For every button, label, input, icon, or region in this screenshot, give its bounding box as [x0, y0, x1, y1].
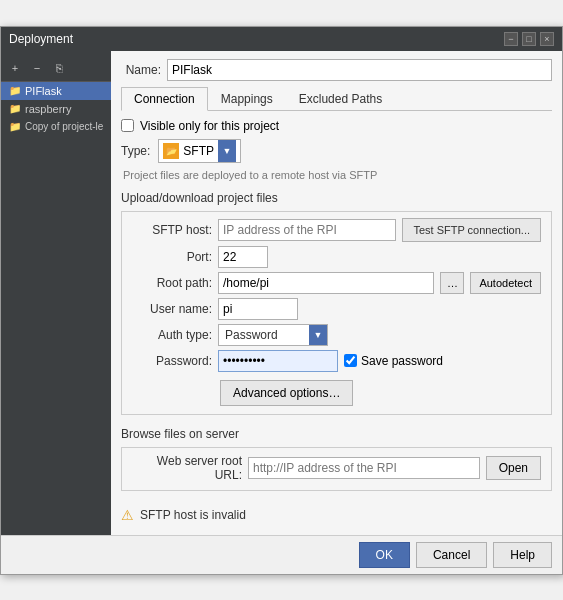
- tab-excluded-paths[interactable]: Excluded Paths: [286, 87, 395, 111]
- raspberry-icon: 📁: [9, 103, 21, 115]
- name-row: Name:: [121, 59, 552, 81]
- root-path-row: Root path: … Autodetect: [132, 272, 541, 294]
- dialog-title: Deployment: [9, 32, 73, 46]
- sidebar-item-raspberry[interactable]: 📁 raspberry: [1, 100, 111, 118]
- sidebar-item-copy-project[interactable]: 📁 Copy of project-level ser: [1, 118, 111, 136]
- password-row: Password: Save password: [132, 350, 541, 372]
- visible-only-label: Visible only for this project: [140, 119, 279, 133]
- sftp-host-label: SFTP host:: [132, 223, 212, 237]
- deployment-dialog: Deployment − □ × + − ⎘ 📁 PIFlask 📁 raspb…: [0, 26, 563, 575]
- add-deployment-button[interactable]: +: [5, 58, 25, 78]
- test-sftp-button[interactable]: Test SFTP connection...: [402, 218, 541, 242]
- web-server-row: Web server root URL: Open: [132, 454, 541, 482]
- save-password-checkbox[interactable]: [344, 354, 357, 367]
- sidebar-item-piflask-label: PIFlask: [25, 85, 62, 97]
- cancel-button[interactable]: Cancel: [416, 542, 487, 568]
- port-row: Port:: [132, 246, 541, 268]
- root-path-label: Root path:: [132, 276, 212, 290]
- main-content: Name: Connection Mappings Excluded Paths…: [111, 51, 562, 535]
- title-bar-controls: − □ ×: [504, 32, 554, 46]
- warning-text: SFTP host is invalid: [140, 508, 246, 522]
- password-input[interactable]: [218, 350, 338, 372]
- name-label: Name:: [121, 63, 161, 77]
- port-label: Port:: [132, 250, 212, 264]
- web-server-label: Web server root URL:: [132, 454, 242, 482]
- auth-type-value: Password: [219, 328, 309, 342]
- sidebar-item-raspberry-label: raspberry: [25, 103, 71, 115]
- dialog-body: + − ⎘ 📁 PIFlask 📁 raspberry 📁 Copy of pr…: [1, 51, 562, 535]
- visible-only-checkbox[interactable]: [121, 119, 134, 132]
- help-button[interactable]: Help: [493, 542, 552, 568]
- browse-button[interactable]: …: [440, 272, 464, 294]
- save-password-label: Save password: [361, 354, 443, 368]
- auth-type-arrow[interactable]: ▼: [309, 325, 327, 345]
- visible-only-row: Visible only for this project: [121, 119, 552, 133]
- piflask-icon: 📁: [9, 85, 21, 97]
- type-value: SFTP: [183, 144, 214, 158]
- auth-type-select[interactable]: Password ▼: [218, 324, 328, 346]
- user-name-row: User name:: [132, 298, 541, 320]
- sftp-host-row: SFTP host: Test SFTP connection...: [132, 218, 541, 242]
- minimize-button[interactable]: −: [504, 32, 518, 46]
- browse-form: Web server root URL: Open: [121, 447, 552, 491]
- upload-section-label: Upload/download project files: [121, 191, 552, 205]
- sftp-host-input[interactable]: [218, 219, 396, 241]
- autodetect-button[interactable]: Autodetect: [470, 272, 541, 294]
- sidebar-item-copy-project-label: Copy of project-level ser: [25, 121, 103, 132]
- browse-section-label: Browse files on server: [121, 427, 552, 441]
- tabs-row: Connection Mappings Excluded Paths: [121, 87, 552, 111]
- type-dropdown-arrow[interactable]: ▼: [218, 140, 236, 162]
- auth-type-label: Auth type:: [132, 328, 212, 342]
- copy-deployment-button[interactable]: ⎘: [49, 58, 69, 78]
- open-button[interactable]: Open: [486, 456, 541, 480]
- title-bar: Deployment − □ ×: [1, 27, 562, 51]
- web-server-input[interactable]: [248, 457, 480, 479]
- type-select[interactable]: 📂 SFTP ▼: [158, 139, 241, 163]
- user-name-input[interactable]: [218, 298, 298, 320]
- close-button[interactable]: ×: [540, 32, 554, 46]
- bottom-buttons: OK Cancel Help: [1, 535, 562, 574]
- upload-form-group: SFTP host: Test SFTP connection... Port:…: [121, 211, 552, 415]
- sftp-icon: 📂: [163, 143, 179, 159]
- root-path-input[interactable]: [218, 272, 434, 294]
- auth-type-row: Auth type: Password ▼: [132, 324, 541, 346]
- tab-connection[interactable]: Connection: [121, 87, 208, 111]
- maximize-button[interactable]: □: [522, 32, 536, 46]
- type-description: Project files are deployed to a remote h…: [123, 169, 552, 181]
- warning-row: ⚠ SFTP host is invalid: [121, 503, 552, 527]
- name-input[interactable]: [167, 59, 552, 81]
- save-password-row: Save password: [344, 354, 443, 368]
- advanced-options-button[interactable]: Advanced options…: [220, 380, 353, 406]
- remove-deployment-button[interactable]: −: [27, 58, 47, 78]
- type-label: Type:: [121, 144, 150, 158]
- port-input[interactable]: [218, 246, 268, 268]
- ok-button[interactable]: OK: [359, 542, 410, 568]
- type-row: Type: 📂 SFTP ▼: [121, 139, 552, 163]
- sidebar-item-piflask[interactable]: 📁 PIFlask: [1, 82, 111, 100]
- tab-mappings[interactable]: Mappings: [208, 87, 286, 111]
- copy-project-icon: 📁: [9, 121, 21, 133]
- sidebar-toolbar: + − ⎘: [1, 55, 111, 82]
- sidebar: + − ⎘ 📁 PIFlask 📁 raspberry 📁 Copy of pr…: [1, 51, 111, 535]
- warning-icon: ⚠: [121, 507, 134, 523]
- user-name-label: User name:: [132, 302, 212, 316]
- password-label: Password:: [132, 354, 212, 368]
